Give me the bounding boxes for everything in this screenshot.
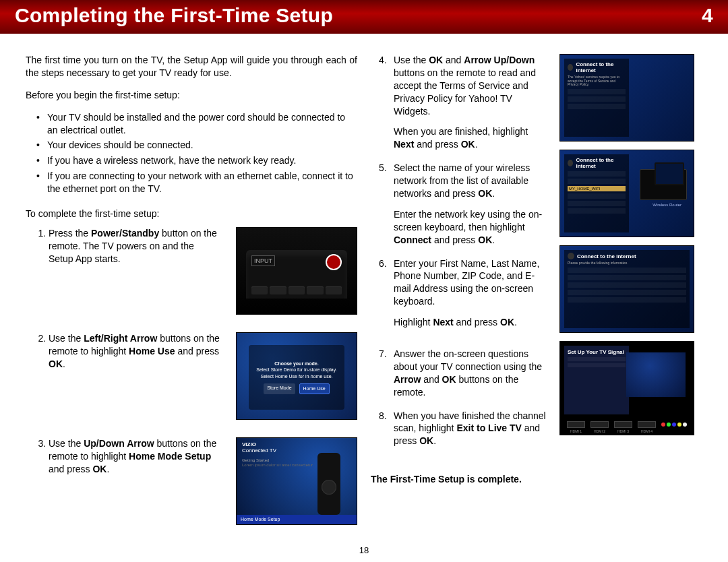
hdmi-port-icon <box>590 421 609 428</box>
component-ports-icon <box>661 423 687 427</box>
right-column: Connect to the Internet The Yahoo! servi… <box>559 54 702 542</box>
thumb-choose-mode: Choose your mode. Select Store Demo for … <box>236 332 357 420</box>
step-4: Use the OK and Arrow Up/Down buttons on … <box>394 54 546 151</box>
step-8: When you have finished the channel scan,… <box>394 410 546 448</box>
thumb-getting-started: VIZIOConnected TV Getting StartedLorem i… <box>236 437 357 525</box>
hdmi-port-icon <box>614 421 632 428</box>
page-content: The first time you turn on the TV, the S… <box>0 34 728 549</box>
tv-icon <box>655 162 684 185</box>
setup-complete-text: The First-Time Setup is complete. <box>371 473 546 486</box>
page-header: Completing the First-Time Setup 4 <box>0 0 728 34</box>
step-5: Select the name of your wireless network… <box>394 162 546 246</box>
middle-column: Use the OK and Arrow Up/Down buttons on … <box>371 54 546 542</box>
hdmi-port-icon <box>638 421 656 428</box>
step-1: Press the Power/Standby button on the re… <box>49 227 357 315</box>
thumb-select-network: Connect to the Internet MY_HOME_WIFI Wir… <box>559 150 694 237</box>
steps-left: Press the Power/Standby button on the re… <box>26 227 357 542</box>
thumb-enter-info: Connect to the Internet Please provide t… <box>559 245 694 333</box>
step-3: Use the Up/Down Arrow buttons on the rem… <box>49 437 357 525</box>
left-column: The first time you turn on the TV, the S… <box>26 54 357 542</box>
header-title: Completing the First-Time Setup <box>15 4 333 27</box>
steps-right: Use the OK and Arrow Up/Down buttons on … <box>371 54 546 458</box>
store-mode-button: Store Mode <box>264 383 295 394</box>
home-use-button: Home Use <box>299 383 330 394</box>
thumb-tv-signal: Set Up Your TV Signal <box>559 341 694 435</box>
bullet-item: Your TV should be installed and the powe… <box>47 111 357 137</box>
input-label-icon: INPUT <box>251 255 275 266</box>
power-icon <box>326 254 342 270</box>
step-2: Use the Left/Right Arrow buttons on the … <box>49 332 357 420</box>
to-complete-heading: To complete the first-time setup: <box>26 208 357 220</box>
remote-mini-icon <box>317 453 340 515</box>
before-bullets: Your TV should be installed and the powe… <box>26 108 357 198</box>
intro-paragraph: The first time you turn on the TV, the S… <box>26 54 357 80</box>
hdmi-port-icon <box>567 421 585 428</box>
bullet-item: Your devices should be connected. <box>47 139 357 152</box>
chapter-number: 4 <box>702 4 713 27</box>
step-7: Answer the on-screen questions about you… <box>394 348 546 399</box>
thumb-remote: INPUT <box>236 227 357 315</box>
before-heading: Before you begin the first-time setup: <box>26 89 357 102</box>
bullet-item: If you are connecting to your network wi… <box>47 170 357 195</box>
bullet-item: If you have a wireless network, have the… <box>47 154 357 167</box>
thumb-connect-terms: Connect to the Internet The Yahoo! servi… <box>559 54 694 142</box>
step-6: Enter your First Name, Last Name, Phone … <box>394 257 546 329</box>
page-number: 18 <box>0 545 728 555</box>
